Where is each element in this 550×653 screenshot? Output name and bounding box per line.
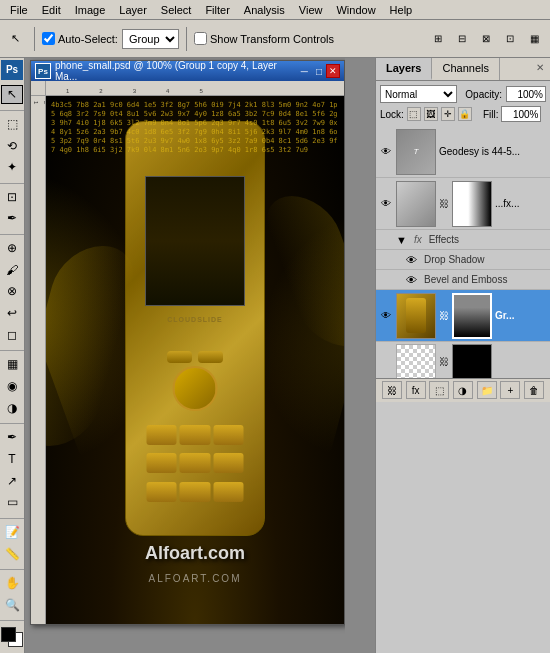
tool-spacer-6 [0,515,24,519]
maximize-btn[interactable]: □ [316,66,322,77]
document-canvas[interactable]: 4b3c5 7b8 2a1 9c0 6d4 1e5 3f2 8g7 5h6 0i… [46,96,344,624]
layer-mask-thumbnail [452,344,492,378]
menu-layer[interactable]: Layer [113,2,153,18]
move-tool[interactable]: ↖ [1,85,23,105]
lock-all-icon[interactable]: 🔒 [458,107,472,121]
adjustment-layer-button[interactable]: ◑ [453,381,473,399]
toolbar: ↖ Auto-Select: Group Show Transform Cont… [0,20,550,58]
link-layers-button[interactable]: ⛓ [382,381,402,399]
zoom-tool[interactable]: 🔍 [1,595,23,615]
healing-tool[interactable]: ⊕ [1,238,23,258]
layer-group-button[interactable]: 📁 [477,381,497,399]
effects-expand-icon[interactable]: ▼ [396,234,407,246]
layer-thumbnail [396,181,436,227]
fill-input[interactable] [501,106,541,122]
fill-label: Fill: [483,109,499,120]
eyedropper-tool[interactable]: ✒ [1,209,23,229]
menu-image[interactable]: Image [69,2,112,18]
layer-item[interactable]: 👁 ⛓ ...fx... [376,178,550,230]
marquee-tool[interactable]: ⬚ [1,114,23,134]
type-tool[interactable]: T [1,449,23,469]
align-center-button[interactable]: ⊟ [451,27,473,51]
autoselect-select[interactable]: Group [122,29,179,49]
foreground-color-swatch[interactable] [1,627,16,642]
menu-edit[interactable]: Edit [36,2,67,18]
blend-mode-select[interactable]: Normal [380,85,457,103]
autoselect-checkbox[interactable] [42,32,55,45]
layer-chain-icon: ⛓ [439,310,449,321]
main-area: Ps ↖ ⬚ ⟲ ✦ ⊡ ✒ ⊕ 🖌 ⊗ ↩ ◻ ▦ ◉ ◑ ✒ T ↗ ▭ 📝… [0,58,550,653]
minimize-btn[interactable]: ─ [301,66,308,77]
pen-tool[interactable]: ✒ [1,427,23,447]
gradient-tool[interactable]: ▦ [1,354,23,374]
transform-controls-checkbox[interactable] [194,32,207,45]
lasso-tool[interactable]: ⟲ [1,136,23,156]
tab-layers[interactable]: Layers [376,58,432,80]
menu-help[interactable]: Help [384,2,419,18]
layer-item[interactable]: 👁 T Geodesy is 44-5... [376,126,550,178]
wand-tool[interactable]: ✦ [1,157,23,177]
blur-tool[interactable]: ◉ [1,376,23,396]
menu-window[interactable]: Window [330,2,381,18]
toolbar-divider-1 [34,27,35,51]
effects-layer[interactable]: ▼ fx Effects [376,230,550,250]
brush-tool[interactable]: 🖌 [1,260,23,280]
distribute-button[interactable]: ⊡ [499,27,521,51]
notes-tool[interactable]: 📝 [1,522,23,542]
layer-mask-thumbnail [452,181,492,227]
arrange-button[interactable]: ▦ [523,27,546,51]
eraser-tool[interactable]: ◻ [1,325,23,345]
layer-style-button[interactable]: fx [406,381,426,399]
lock-position-icon[interactable]: ✛ [441,107,455,121]
clone-tool[interactable]: ⊗ [1,282,23,302]
menu-file[interactable]: File [4,2,34,18]
delete-layer-button[interactable]: 🗑 [524,381,544,399]
menu-filter[interactable]: Filter [199,2,235,18]
tab-channels[interactable]: Channels [432,58,499,80]
shape-tool[interactable]: ▭ [1,493,23,513]
layer-chain-icon: ⛓ [439,198,449,209]
ps-logo: Ps [1,60,23,80]
layer-item-selected[interactable]: 👁 ⛓ Gr... [376,290,550,342]
lock-row: Lock: ⬚ 🖼 ✛ 🔒 Fill: [380,106,546,122]
layer-visibility-icon[interactable]: 👁 [379,309,393,323]
layer-item-empty[interactable]: 👁 ⛓ [376,342,550,378]
tool-spacer-3 [0,231,24,235]
watermark2: ALFOART.COM [149,573,242,584]
eye-icon-dropshadow[interactable]: 👁 [406,254,417,266]
align-left-button[interactable]: ⊞ [427,27,449,51]
panel-close-icon[interactable]: ✕ [530,58,550,80]
measure-tool[interactable]: 📏 [1,544,23,564]
layer-visibility-icon[interactable]: 👁 [379,197,393,211]
layer-mask-button[interactable]: ⬚ [429,381,449,399]
fx-label: fx [414,234,422,245]
close-button[interactable]: ✕ [326,64,340,78]
drop-shadow-layer[interactable]: 👁 Drop Shadow [376,250,550,270]
hand-tool[interactable]: ✋ [1,573,23,593]
lock-transparent-icon[interactable]: ⬚ [407,107,421,121]
dodge-tool[interactable]: ◑ [1,398,23,418]
bevel-emboss-layer[interactable]: 👁 Bevel and Emboss [376,270,550,290]
crop-tool[interactable]: ⊡ [1,187,23,207]
menu-analysis[interactable]: Analysis [238,2,291,18]
move-tool-button[interactable]: ↖ [4,27,27,51]
layers-bottom-bar: ⛓ fx ⬚ ◑ 📁 + 🗑 [376,378,550,402]
eye-icon-bevel[interactable]: 👁 [406,274,417,286]
tool-spacer-5 [0,421,24,425]
color-swatches[interactable] [1,627,23,647]
menu-select[interactable]: Select [155,2,198,18]
path-select-tool[interactable]: ↗ [1,471,23,491]
vertical-ruler: 1 2 3 4 5 6 7 8 [31,96,46,624]
panel-tabs: Layers Channels ✕ [376,58,550,81]
document-rulers-area: 1 2 3 4 5 6 7 8 [31,81,344,624]
lock-image-icon[interactable]: 🖼 [424,107,438,121]
history-tool[interactable]: ↩ [1,303,23,323]
document-canvas-wrapper: 12345 4b3c5 7b8 2a1 9c0 6d4 1e5 3f [46,81,344,624]
btn-right [198,351,223,363]
document-window: Ps phone_small.psd @ 100% (Group 1 copy … [30,60,345,625]
new-layer-button[interactable]: + [500,381,520,399]
menu-view[interactable]: View [293,2,329,18]
layer-visibility-icon[interactable]: 👁 [379,145,393,159]
opacity-input[interactable] [506,86,546,102]
align-right-button[interactable]: ⊠ [475,27,497,51]
